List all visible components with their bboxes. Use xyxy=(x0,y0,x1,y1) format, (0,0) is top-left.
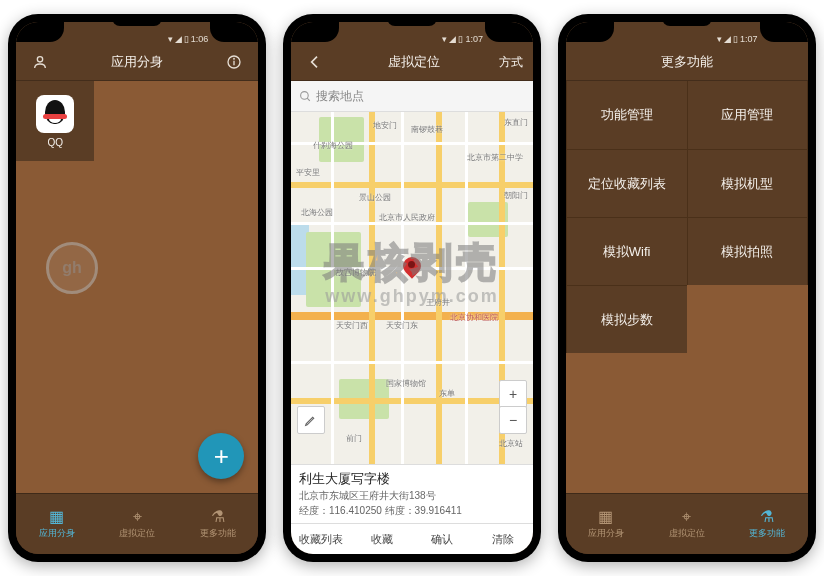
page-title: 应用分身 xyxy=(54,53,220,71)
phone-3: ▾ ◢ ▯ 1:07 更多功能 功能管理 应用管理 定位收藏列表 模拟机型 模拟… xyxy=(558,14,816,562)
svg-point-4 xyxy=(301,91,309,99)
nav-label: 虚拟定位 xyxy=(669,527,705,540)
bottom-nav: ▦ 应用分身 ⌖ 虚拟定位 ⚗ 更多功能 xyxy=(16,493,258,554)
app-tile-qq[interactable]: QQ xyxy=(16,81,94,161)
location-pin[interactable] xyxy=(403,257,421,281)
nav-label: 应用分身 xyxy=(39,527,75,540)
battery-icon: ▯ xyxy=(184,34,189,44)
map-label: 景山公园 xyxy=(359,192,391,203)
nav-location-icon: ⌖ xyxy=(682,509,691,525)
action-favorites-list[interactable]: 收藏列表 xyxy=(291,524,352,554)
nav-clone-icon: ▦ xyxy=(49,509,64,525)
nav-more-icon: ⚗ xyxy=(211,509,225,525)
location-name: 利生大厦写字楼 xyxy=(299,470,525,488)
map-label: 南锣鼓巷 xyxy=(411,124,443,135)
page-title: 更多功能 xyxy=(604,53,770,71)
status-time: 1:07 xyxy=(740,34,758,44)
wifi-icon: ▾ xyxy=(442,34,447,44)
status-time: 1:07 xyxy=(465,34,483,44)
wifi-icon: ▾ xyxy=(168,34,173,44)
map[interactable]: 地安门 南锣鼓巷 东直门 什刹海公园 景山公园 北京市人民政府 北京站 天安门西… xyxy=(291,112,533,464)
cell-location-favorites[interactable]: 定位收藏列表 xyxy=(566,149,687,217)
location-panel: 利生大厦写字楼 北京市东城区王府井大街138号 经度：116.410250 纬度… xyxy=(291,464,533,523)
map-label: 平安里 xyxy=(296,167,320,178)
cell-simulate-camera[interactable]: 模拟拍照 xyxy=(687,217,808,285)
info-icon[interactable] xyxy=(220,54,248,70)
nav-label: 虚拟定位 xyxy=(119,527,155,540)
edit-button[interactable] xyxy=(297,406,325,434)
signal-icon: ◢ xyxy=(724,34,731,44)
nav-more-icon: ⚗ xyxy=(760,509,774,525)
cell-simulate-model[interactable]: 模拟机型 xyxy=(687,149,808,217)
title-bar: 更多功能 xyxy=(566,44,808,81)
qq-icon xyxy=(36,95,74,133)
nav-app-clone[interactable]: ▦ 应用分身 xyxy=(566,494,647,554)
nav-more[interactable]: ⚗ 更多功能 xyxy=(727,494,808,554)
mode-button[interactable]: 方式 xyxy=(499,54,523,71)
zoom-in-button[interactable]: + xyxy=(499,380,527,408)
zoom-out-button[interactable]: − xyxy=(499,406,527,434)
phone-2: ▾ ◢ ▯ 1:07 虚拟定位 方式 搜索地点 xyxy=(283,14,541,562)
app-grid: QQ + xyxy=(16,81,258,493)
title-bar: 虚拟定位 方式 xyxy=(291,44,533,81)
map-label: 前门 xyxy=(346,433,362,444)
cell-function-manage[interactable]: 功能管理 xyxy=(566,81,687,149)
watermark-circle: gh xyxy=(46,242,98,294)
status-time: 1:06 xyxy=(191,34,209,44)
map-label: 东单 xyxy=(439,388,455,399)
action-bar: 收藏列表 收藏 确认 清除 xyxy=(291,523,533,554)
cell-simulate-wifi[interactable]: 模拟Wifi xyxy=(566,217,687,285)
map-label: 天安门西 xyxy=(336,320,368,331)
page-title: 虚拟定位 xyxy=(329,53,499,71)
map-label: 故宫博物院 xyxy=(336,267,376,278)
map-label: 东直门 xyxy=(504,117,528,128)
add-button[interactable]: + xyxy=(198,433,244,479)
cell-app-manage[interactable]: 应用管理 xyxy=(687,81,808,149)
bottom-nav: ▦ 应用分身 ⌖ 虚拟定位 ⚗ 更多功能 xyxy=(566,493,808,554)
cell-simulate-steps[interactable]: 模拟步数 xyxy=(566,285,687,353)
svg-point-0 xyxy=(38,57,43,62)
nav-app-clone[interactable]: ▦ 应用分身 xyxy=(16,494,97,554)
signal-icon: ◢ xyxy=(449,34,456,44)
search-bar[interactable]: 搜索地点 xyxy=(291,81,533,112)
location-coordinates: 经度：116.410250 纬度：39.916411 xyxy=(299,504,525,518)
battery-icon: ▯ xyxy=(458,34,463,44)
nav-clone-icon: ▦ xyxy=(598,509,613,525)
svg-line-5 xyxy=(307,98,310,101)
nav-virtual-location[interactable]: ⌖ 虚拟定位 xyxy=(646,494,727,554)
svg-point-3 xyxy=(234,58,235,59)
map-label: 北海公园 xyxy=(301,207,333,218)
battery-icon: ▯ xyxy=(733,34,738,44)
nav-label: 更多功能 xyxy=(200,527,236,540)
map-label: 北京协和医院 xyxy=(450,312,498,323)
map-label: 北京站 xyxy=(499,438,523,449)
function-grid: 功能管理 应用管理 定位收藏列表 模拟机型 模拟Wifi 模拟拍照 模拟步数 xyxy=(566,81,808,493)
signal-icon: ◢ xyxy=(175,34,182,44)
nav-virtual-location[interactable]: ⌖ 虚拟定位 xyxy=(97,494,178,554)
map-label: 北京市第二中学 xyxy=(467,152,523,163)
nav-label: 更多功能 xyxy=(749,527,785,540)
map-label: 北京市人民政府 xyxy=(379,212,435,223)
back-icon[interactable] xyxy=(301,54,329,70)
map-label: 地安门 xyxy=(373,120,397,131)
profile-icon[interactable] xyxy=(26,54,54,70)
phone-1: ▾ ◢ ▯ 1:06 应用分身 QQ + ▦ xyxy=(8,14,266,562)
nav-location-icon: ⌖ xyxy=(133,509,142,525)
map-label: 天安门东 xyxy=(386,320,418,331)
action-favorite[interactable]: 收藏 xyxy=(351,524,412,554)
wifi-icon: ▾ xyxy=(717,34,722,44)
title-bar: 应用分身 xyxy=(16,44,258,81)
location-address: 北京市东城区王府井大街138号 xyxy=(299,489,525,503)
app-label: QQ xyxy=(48,137,64,148)
nav-more[interactable]: ⚗ 更多功能 xyxy=(178,494,259,554)
map-label: 什刹海公园 xyxy=(313,140,353,151)
search-placeholder: 搜索地点 xyxy=(316,88,364,105)
action-clear[interactable]: 清除 xyxy=(472,524,533,554)
map-label: 国家博物馆 xyxy=(386,378,426,389)
map-label: 朝阳门 xyxy=(504,190,528,201)
nav-label: 应用分身 xyxy=(588,527,624,540)
map-label: 王府井 xyxy=(426,297,450,308)
action-confirm[interactable]: 确认 xyxy=(412,524,473,554)
search-icon xyxy=(299,90,312,103)
